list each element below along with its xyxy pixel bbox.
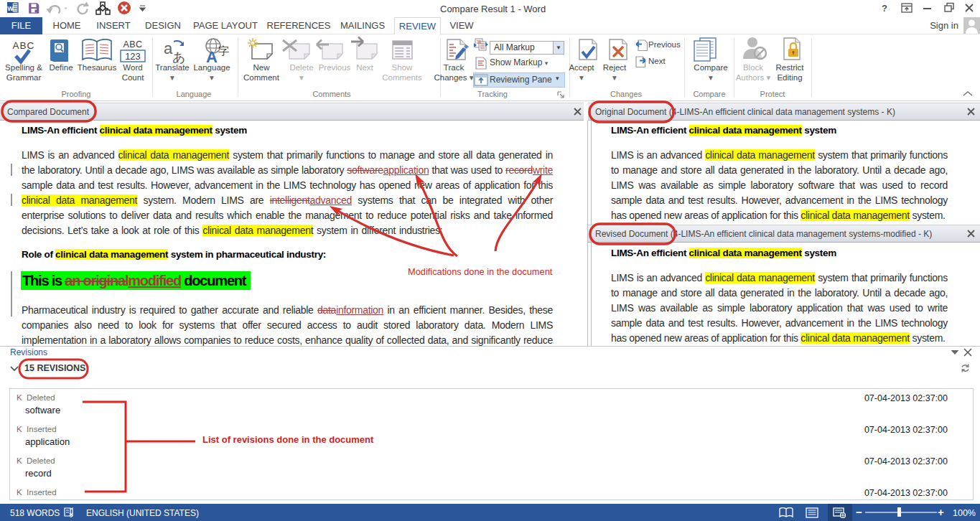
- svg-text:ABC: ABC: [13, 40, 35, 51]
- svg-text:?: ?: [882, 3, 887, 14]
- svg-text:123: 123: [125, 51, 141, 62]
- svg-text:ABC: ABC: [123, 39, 142, 50]
- svg-text:W: W: [7, 5, 14, 12]
- svg-text:字: 字: [218, 44, 229, 57]
